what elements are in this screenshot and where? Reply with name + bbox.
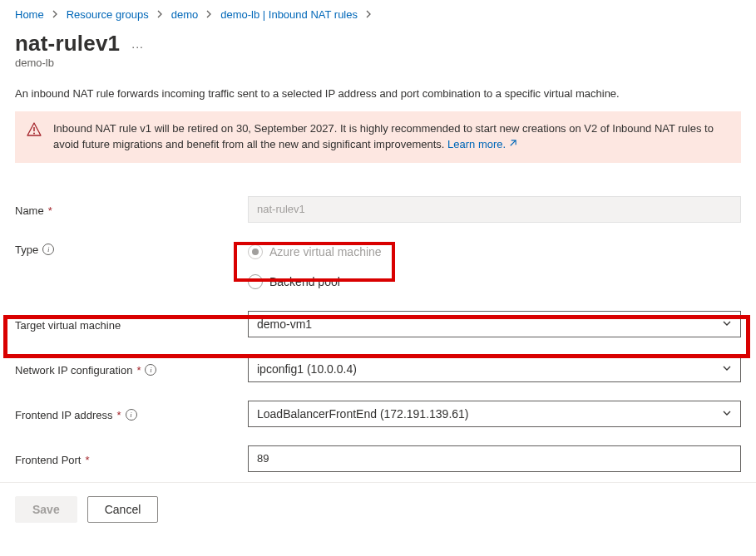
target-vm-label: Target virtual machine	[15, 317, 248, 332]
frontend-ip-label: Frontend IP address* i	[15, 406, 248, 421]
info-icon[interactable]: i	[42, 244, 54, 255]
warning-text: Inbound NAT rule v1 will be retired on 3…	[53, 122, 714, 150]
svg-point-1	[33, 133, 35, 135]
footer-bar: Save Cancel	[0, 482, 756, 536]
name-label: Name*	[15, 202, 248, 217]
cancel-button[interactable]: Cancel	[87, 496, 159, 523]
deprecation-warning-banner: Inbound NAT rule v1 will be retired on 3…	[15, 111, 741, 163]
chevron-right-icon	[52, 10, 58, 20]
type-radio-vm[interactable]: Azure virtual machine	[248, 241, 741, 263]
frontend-port-input[interactable]	[248, 445, 741, 472]
name-input	[248, 196, 741, 223]
warning-icon	[27, 122, 42, 137]
chevron-right-icon	[366, 10, 372, 20]
info-icon[interactable]: i	[145, 364, 156, 376]
type-radio-backend-pool[interactable]: Backend pool	[248, 274, 741, 289]
breadcrumb: Home Resource groups demo demo-lb | Inbo…	[15, 0, 741, 27]
page-subtitle: demo-lb	[15, 57, 741, 69]
more-icon[interactable]: ···	[131, 40, 144, 53]
target-vm-dropdown[interactable]: demo-vm1	[248, 311, 741, 337]
page-description: An inbound NAT rule forwards incoming tr…	[15, 87, 741, 100]
breadcrumb-demo[interactable]: demo	[171, 8, 199, 21]
chevron-right-icon	[157, 10, 163, 20]
network-ip-label: Network IP configuration* i	[15, 362, 248, 376]
chevron-down-icon	[722, 317, 732, 331]
info-icon[interactable]: i	[126, 409, 137, 421]
breadcrumb-home[interactable]: Home	[15, 8, 44, 21]
frontend-ip-dropdown[interactable]: LoadBalancerFrontEnd (172.191.139.61)	[248, 401, 741, 427]
chevron-right-icon	[206, 10, 212, 20]
external-link-icon	[508, 137, 517, 146]
save-button[interactable]: Save	[15, 496, 77, 523]
breadcrumb-demo-lb-rules[interactable]: demo-lb | Inbound NAT rules	[220, 8, 358, 21]
network-ip-dropdown[interactable]: ipconfig1 (10.0.0.4)	[248, 356, 741, 382]
chevron-down-icon	[722, 362, 732, 376]
chevron-down-icon	[722, 407, 732, 421]
learn-more-link[interactable]: Learn more.	[447, 138, 517, 150]
type-label: Type i	[15, 241, 248, 256]
page-title: nat-rulev1	[15, 31, 120, 57]
breadcrumb-resource-groups[interactable]: Resource groups	[67, 8, 149, 21]
frontend-port-label: Frontend Port*	[15, 451, 248, 466]
